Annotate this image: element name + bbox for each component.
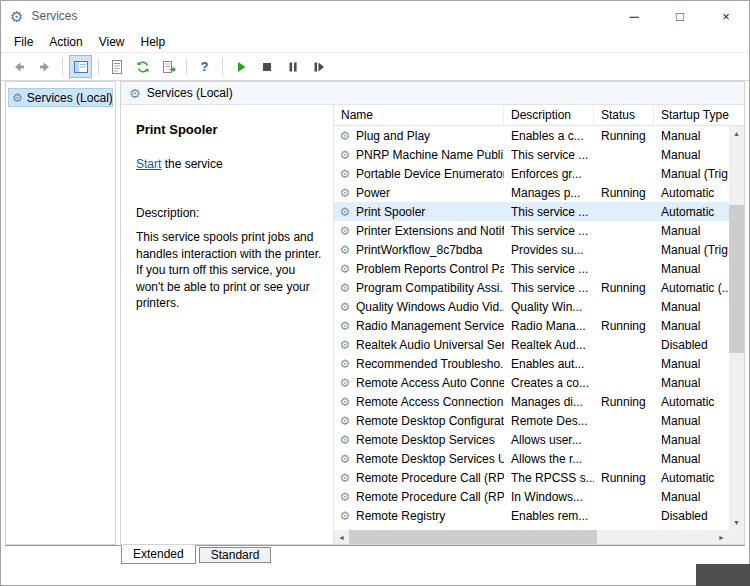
service-startup-type: Manual [654,414,729,428]
table-row[interactable]: ⚙Program Compatibility Assi...This servi… [334,278,729,297]
toolbar-separator [62,58,63,75]
horizontal-scrollbar[interactable]: ◄ ► [334,530,729,544]
horizontal-scroll-thumb[interactable] [349,530,597,544]
tab-extended[interactable]: Extended [121,545,196,564]
help-button[interactable]: ? [193,55,216,78]
service-startup-type: Manual [654,319,729,333]
result-pane-body: Print Spooler Start the service Descript… [121,105,744,544]
table-row[interactable]: ⚙Print SpoolerThis service ...Automatic [334,202,729,221]
export-list-button[interactable] [157,55,180,78]
service-description: This service ... [504,262,594,276]
table-row[interactable]: ⚙Remote Procedure Call (RPC)The RPCSS s.… [334,468,729,487]
service-name: Portable Device Enumerator... [356,167,504,181]
table-row[interactable]: ⚙Radio Management ServiceRadio Mana...Ru… [334,316,729,335]
scroll-right-icon[interactable]: ► [714,530,729,544]
restart-service-button[interactable] [307,55,330,78]
service-name: Power [356,186,504,200]
vertical-scroll-thumb[interactable] [729,205,744,353]
console-tree-icon [73,59,89,75]
table-row[interactable]: ⚙Printer Extensions and Notif...This ser… [334,221,729,240]
table-row[interactable]: ⚙Realtek Audio Universal Ser...Realtek A… [334,335,729,354]
scroll-left-icon[interactable]: ◄ [334,530,349,544]
column-header-startup-type[interactable]: Startup Type [654,105,729,125]
scroll-up-icon[interactable]: ▲ [729,126,744,141]
service-gear-icon: ⚙ [334,149,356,161]
description-label: Description: [136,206,325,220]
table-row[interactable]: ⚙Remote Access Connection...Manages di..… [334,392,729,411]
minimize-button[interactable]: ─ [611,1,657,31]
back-button[interactable] [7,55,30,78]
start-service-button[interactable] [229,55,252,78]
service-startup-type: Automatic [654,205,729,219]
show-console-tree-button[interactable] [69,55,92,78]
menu-view[interactable]: View [91,33,133,51]
window-controls: ─ □ × [611,1,749,31]
service-gear-icon: ⚙ [334,491,356,503]
service-status: Running [594,395,654,409]
service-description: The RPCSS s... [504,471,594,485]
vertical-scroll-track[interactable] [729,141,744,515]
table-row[interactable]: ⚙Plug and PlayEnables a c...RunningManua… [334,126,729,145]
table-row[interactable]: ⚙PrintWorkflow_8c7bdbaProvides su...Manu… [334,240,729,259]
table-row[interactable]: ⚙Remote Desktop Services U...Allows the … [334,449,729,468]
service-name: Remote Procedure Call (RPC) [356,471,504,485]
service-gear-icon: ⚙ [334,130,356,142]
service-status: Running [594,129,654,143]
stop-service-button[interactable] [255,55,278,78]
description-text: This service spools print jobs and handl… [136,229,324,312]
pause-service-button[interactable] [281,55,304,78]
service-startup-type: Automatic [654,471,729,485]
menu-file[interactable]: File [6,33,41,51]
forward-button[interactable] [33,55,56,78]
toolbar-separator [186,58,187,75]
service-list: Name Description Status Startup Type ⚙Pl… [333,105,744,544]
table-row[interactable]: ⚙Remote Access Auto Conne...Creates a co… [334,373,729,392]
taskbar-fragment [696,564,750,586]
start-service-link[interactable]: Start [136,157,161,171]
table-row[interactable]: ⚙Portable Device Enumerator...Enforces g… [334,164,729,183]
menu-action[interactable]: Action [41,33,90,51]
table-row[interactable]: ⚙Remote Desktop Configurat...Remote Des.… [334,411,729,430]
table-row[interactable]: ⚙Remote Desktop ServicesAllows user...Ma… [334,430,729,449]
service-name: Remote Desktop Configurat... [356,414,504,428]
scroll-down-icon[interactable]: ▼ [729,515,744,530]
console-tree-pane: ⚙ Services (Local) [5,81,116,545]
help-icon: ? [201,60,209,73]
table-row[interactable]: ⚙Remote RegistryEnables rem...Disabled [334,506,729,525]
view-tab-bar: Extended Standard [5,545,745,565]
tree-item-label: Services (Local) [27,91,113,105]
column-header-status[interactable]: Status [594,105,654,125]
table-row[interactable]: ⚙Recommended Troublesho...Enables aut...… [334,354,729,373]
horizontal-scroll-track[interactable] [349,530,714,544]
service-description: Provides su... [504,243,594,257]
service-gear-icon: ⚙ [334,396,356,408]
column-header-name[interactable]: Name [334,105,504,125]
table-row[interactable]: ⚙PowerManages p...RunningAutomatic [334,183,729,202]
table-row[interactable]: ⚙Problem Reports Control Pa...This servi… [334,259,729,278]
service-name: Realtek Audio Universal Ser... [356,338,504,352]
service-name: Plug and Play [356,129,504,143]
back-arrow-icon [11,59,27,75]
close-button[interactable]: × [703,1,749,31]
maximize-button[interactable]: □ [657,1,703,31]
service-name: Quality Windows Audio Vid... [356,300,504,314]
table-row[interactable]: ⚙PNRP Machine Name Publi...This service … [334,145,729,164]
service-description: Allows user... [504,433,594,447]
refresh-button[interactable] [131,55,154,78]
table-row[interactable]: ⚙Quality Windows Audio Vid...Quality Win… [334,297,729,316]
service-description: In Windows... [504,490,594,504]
service-startup-type: Disabled [654,509,729,523]
service-status: Running [594,186,654,200]
service-startup-type: Manual [654,357,729,371]
table-row[interactable]: ⚙Remote Procedure Call (RP...In Windows.… [334,487,729,506]
service-gear-icon: ⚙ [334,434,356,446]
vertical-scrollbar[interactable]: ▲ ▼ [729,126,744,530]
service-startup-type: Manual (Trig... [654,243,729,257]
tab-standard[interactable]: Standard [199,547,272,563]
tree-item-services-local[interactable]: ⚙ Services (Local) [8,88,113,107]
properties-button[interactable] [105,55,128,78]
column-header-description[interactable]: Description [504,105,594,125]
service-description: Enforces gr... [504,167,594,181]
menu-help[interactable]: Help [133,33,174,51]
toolbar-separator [98,58,99,75]
